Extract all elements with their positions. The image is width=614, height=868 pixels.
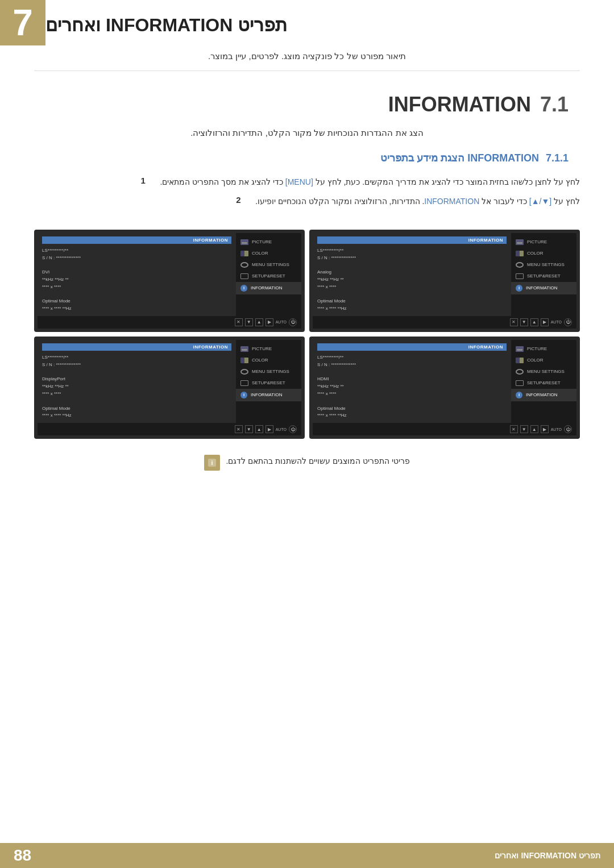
- menu-item-picture-0[interactable]: PICTURE: [511, 236, 576, 248]
- btn-power-3[interactable]: ⏻: [289, 425, 297, 433]
- btn-up-0[interactable]: ▲: [530, 318, 538, 326]
- info-freq-1: **kHz **Hz **: [42, 276, 231, 284]
- info-text-3: LS*********/** S / N : ************** Di…: [42, 354, 231, 420]
- btn-x-2[interactable]: ✕: [510, 425, 518, 433]
- btn-power-1[interactable]: ⏻: [289, 318, 297, 326]
- footer-text: תפריט INFORMATION ואחרים: [495, 851, 600, 860]
- menu-item-label-2-4: INFORMATION: [526, 392, 557, 397]
- menu-item-label-2-3: SETUP&RESET: [527, 380, 561, 385]
- btn-down-2[interactable]: ▼: [520, 425, 528, 433]
- btn-down-0[interactable]: ▼: [520, 318, 528, 326]
- menu-item-color-2[interactable]: COLOR: [511, 355, 576, 366]
- page-header: תפריט INFORMATION ואחרים 7: [0, 0, 614, 45]
- info-optimal-label-3: Optimal Mode: [42, 405, 231, 413]
- btn-up-2[interactable]: ▲: [530, 425, 538, 433]
- btn-x-3[interactable]: ✕: [235, 425, 243, 433]
- note-text: פריטי התפריט המוצגים עשויים להשתנות בהתא…: [226, 455, 409, 467]
- info-ls-1: LS*********/**: [42, 247, 231, 255]
- info-text-2: LS*********/** S / N : ************** HD…: [317, 354, 507, 420]
- info-freq-0: **kHz **Hz **: [317, 276, 507, 284]
- info-optimal-val-0: **** x **** **Hz: [317, 305, 507, 313]
- btn-right-1[interactable]: ▶: [265, 318, 273, 326]
- menu-item-setup-reset-2[interactable]: SETUP&RESET: [511, 377, 576, 389]
- footer-page: 88: [14, 846, 31, 865]
- btn-right-2[interactable]: ▶: [541, 425, 549, 433]
- menu-item-label-0-0: PICTURE: [527, 239, 547, 244]
- menu-item-information-0[interactable]: i INFORMATION: [511, 282, 576, 294]
- menu-item-label-2-1: COLOR: [527, 358, 543, 363]
- step-2: לחץ על [▼/▲] כדי לעבור אל INFORMATION. ה…: [34, 195, 580, 207]
- menu-item-color-0[interactable]: COLOR: [511, 248, 576, 259]
- color-icon-3: [240, 358, 248, 363]
- menu-item-menu-settings-1[interactable]: MENU SETTINGS: [236, 259, 301, 271]
- info-source-2: HDMI: [317, 376, 507, 383]
- monitors-grid: PICTURE COLOR: [0, 221, 614, 448]
- menu-item-setup-reset-3[interactable]: SETUP&RESET: [236, 377, 301, 389]
- menu-item-information-2[interactable]: i INFORMATION: [511, 389, 576, 401]
- btn-down-3[interactable]: ▼: [245, 425, 253, 433]
- divider: [34, 70, 580, 71]
- menu-item-menu-settings-3[interactable]: MENU SETTINGS: [236, 366, 301, 377]
- btn-up-3[interactable]: ▲: [255, 425, 263, 433]
- step-1-highlight: [MENU]: [285, 177, 313, 186]
- btn-right-0[interactable]: ▶: [541, 318, 549, 326]
- sub-section-number: 7.1.1: [546, 152, 569, 164]
- menu-panel-1: PICTURE COLOR: [38, 233, 301, 316]
- menu-panel-3: PICTURE COLOR: [38, 340, 301, 423]
- menu-item-label-3-3: SETUP&RESET: [252, 380, 285, 385]
- menu-item-setup-reset-1[interactable]: SETUP&RESET: [236, 271, 301, 282]
- info-icon-2: i: [516, 392, 522, 398]
- menu-item-label-0-1: COLOR: [527, 251, 543, 256]
- step-2-highlight-arrows: [▼/▲]: [529, 197, 551, 206]
- menu-item-information-1[interactable]: i INFORMATION: [236, 282, 301, 294]
- menu-sidebar-1: PICTURE COLOR: [236, 233, 301, 316]
- monitor-buttons-1: ✕ ▼ ▲ ▶ AUTO ⏻: [38, 316, 301, 329]
- info-panel-2: INFORMATION LS*********/** S / N : *****…: [313, 340, 511, 423]
- info-text-1: LS*********/** S / N : ************** DV…: [42, 247, 231, 313]
- description: הצג את ההגדרות הנוכחיות של מקור הקלט, הת…: [0, 122, 614, 142]
- info-label-1: INFORMATION: [42, 236, 231, 244]
- btn-x-1[interactable]: ✕: [235, 318, 243, 326]
- info-sn-3: S / N : **************: [42, 362, 231, 369]
- menu-item-setup-reset-0[interactable]: SETUP&RESET: [511, 271, 576, 282]
- menu-item-color-3[interactable]: COLOR: [236, 355, 301, 366]
- menu-item-menu-settings-2[interactable]: MENU SETTINGS: [511, 366, 576, 377]
- menu-item-color-1[interactable]: COLOR: [236, 248, 301, 259]
- menu-item-menu-settings-0[interactable]: MENU SETTINGS: [511, 259, 576, 271]
- section-title: INFORMATION: [388, 93, 531, 117]
- settings-icon-3: [240, 369, 248, 375]
- btn-up-1[interactable]: ▲: [255, 318, 263, 326]
- info-label-2: INFORMATION: [317, 343, 507, 351]
- btn-auto-label-3[interactable]: AUTO: [276, 427, 287, 431]
- menu-item-picture-1[interactable]: PICTURE: [236, 236, 301, 248]
- monitor-2: PICTURE COLOR: [309, 337, 580, 439]
- menu-item-picture-3[interactable]: PICTURE: [236, 343, 301, 355]
- info-sn-1: S / N : **************: [42, 255, 231, 262]
- subtitle: תיאור מפורט של כל פונקציה מוצג. לפרטים, …: [0, 45, 614, 66]
- info-source-3: DisplayPort: [42, 376, 231, 383]
- step-1-text: לחץ על לחצן כלשהו בחזית המוצר כדי להציג …: [160, 176, 580, 188]
- btn-right-3[interactable]: ▶: [265, 425, 273, 433]
- btn-x-0[interactable]: ✕: [510, 318, 518, 326]
- settings-icon-2: [516, 369, 524, 375]
- color-icon-0: [516, 251, 524, 256]
- btn-power-2[interactable]: ⏻: [564, 425, 572, 433]
- info-panel-1: INFORMATION LS*********/** S / N : *****…: [38, 233, 236, 316]
- monitor-3: PICTURE COLOR: [34, 337, 305, 439]
- menu-item-information-3[interactable]: i INFORMATION: [236, 389, 301, 401]
- btn-auto-label-1[interactable]: AUTO: [276, 320, 287, 324]
- menu-item-label-1-3: SETUP&RESET: [252, 273, 285, 279]
- settings-icon-1: [240, 262, 248, 268]
- menu-item-label-3-1: COLOR: [252, 358, 268, 363]
- menu-item-picture-2[interactable]: PICTURE: [511, 343, 576, 355]
- info-icon-1: i: [240, 285, 247, 292]
- info-optimal-val-2: **** x **** **Hz: [317, 412, 507, 420]
- info-optimal-val-3: **** x **** **Hz: [42, 412, 231, 420]
- menu-item-label-3-2: MENU SETTINGS: [252, 369, 289, 374]
- btn-power-0[interactable]: ⏻: [564, 318, 572, 326]
- btn-auto-label-0[interactable]: AUTO: [551, 320, 562, 324]
- btn-auto-label-2[interactable]: AUTO: [551, 427, 562, 431]
- monitor-buttons-0: ✕ ▼ ▲ ▶ AUTO ⏻: [313, 316, 576, 329]
- btn-down-1[interactable]: ▼: [245, 318, 253, 326]
- info-ls-3: LS*********/**: [42, 354, 231, 362]
